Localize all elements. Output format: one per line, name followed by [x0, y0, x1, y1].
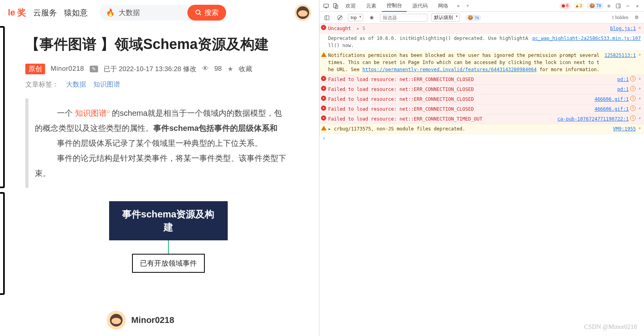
console-toolbar: top ◉ 默认级别 🍪 78 1 hidden ⚙ — [319, 12, 644, 24]
console-row-warning[interactable]: Notifications permission has been blocke… — [319, 51, 644, 75]
level-selector[interactable]: 默认级别 — [431, 13, 460, 22]
mindmap-connector — [168, 240, 169, 254]
context-selector[interactable]: top — [348, 14, 363, 21]
source-link[interactable]: 466606.gif:1 — [595, 106, 629, 113]
search-hint: 大数据 — [119, 8, 187, 17]
tab-network[interactable]: 网络 — [433, 0, 453, 12]
settings-icon[interactable]: ⚙ — [604, 2, 613, 10]
nav-cloud[interactable]: 云服务 — [33, 8, 57, 18]
tag-bigdata[interactable]: 大数据 — [66, 80, 86, 89]
info-icon[interactable]: i — [630, 106, 636, 111]
search-icon — [195, 9, 202, 16]
console-row-warning[interactable]: ▸ crbug/1173575, non-JS module files dep… — [319, 124, 644, 134]
view-count: 98 — [214, 65, 222, 73]
devtools-tabbar: 欢迎 元素 控制台 源代码 网络 » ＋ 6 ▲ 2 🍪 78 ⚙ ⋯ ✕ — [319, 0, 644, 12]
star-icon: ★ — [227, 65, 233, 73]
info-count-badge[interactable]: 🍪 78 — [587, 3, 604, 9]
mindmap: 事件schema资源及构建 已有开放领域事件 — [25, 201, 311, 273]
lookup-icon[interactable]: ⌕ — [638, 106, 641, 112]
search-button[interactable]: 搜索 — [187, 5, 226, 21]
author-link[interactable]: Minor0218 — [51, 65, 84, 73]
quote-text: 的schema就是相当于一个领域内的数据模型，包 — [110, 109, 282, 117]
lookup-icon[interactable]: ⌕ — [638, 86, 641, 92]
tab-welcome[interactable]: 欢迎 — [341, 0, 361, 12]
console-msg: for more information. — [536, 67, 599, 72]
search-suffix-icon[interactable]: ⌕ — [107, 108, 110, 114]
user-avatar[interactable] — [295, 4, 311, 21]
kg-link[interactable]: 知识图谱 — [75, 109, 107, 117]
edit-time: 已于 2022-10-17 13:36:28 修改 — [104, 64, 196, 74]
article-body: 【事件图谱 】领域Schema资源及构建 原创 Minor0218 ✎ 已于 2… — [0, 25, 319, 336]
console-row-error[interactable]: ✕ Uncaught ▸ S blog.js:1⌕ — [319, 24, 644, 34]
console-row-error[interactable]: ✕Failed to load resource: net::ERR_CONNE… — [319, 114, 644, 124]
article-quote: 一个 知识图谱⌕ 的schema就是相当于一个领域内的数据模型，包 的概念类型以… — [25, 98, 311, 188]
console-settings-icon[interactable]: ⚙ — [632, 13, 641, 22]
quote-text: 的概念类型以及这些类型的属性。 — [35, 124, 153, 132]
live-expression-icon[interactable]: ◉ — [367, 13, 376, 22]
site-header: le 奖 云服务 猿如意 🔥 大数据 搜索 — [0, 0, 319, 25]
image-watermark: CSDN @Minor0218 — [584, 323, 637, 330]
console-msg: Failed to load resource: net::ERR_CONNEC… — [328, 106, 595, 113]
console-body[interactable]: ✕ Uncaught ▸ S blog.js:1⌕ Deprecated as … — [319, 24, 644, 336]
expand-arrow[interactable]: ▸ S — [357, 26, 365, 31]
edit-icon: ✎ — [90, 66, 98, 72]
collect-link[interactable]: 收藏 — [239, 64, 252, 74]
mindmap-root: 事件schema资源及构建 — [109, 201, 228, 240]
source-link[interactable]: blog.js:1 — [610, 25, 636, 32]
source-link[interactable]: pd:1 — [617, 76, 629, 83]
close-icon[interactable]: ✕ — [633, 2, 642, 10]
device-icon[interactable] — [331, 2, 340, 10]
source-link[interactable]: VM9:1955 — [613, 125, 636, 132]
lookup-icon[interactable]: ⌕ — [638, 96, 641, 102]
info-icon[interactable]: i — [630, 96, 636, 101]
console-msg: Failed to load resource: net::ERR_CONNEC… — [328, 115, 557, 123]
tag-row: 文章标签： 大数据 知识图谱 — [25, 80, 311, 89]
source-link[interactable]: ca-pub-1076724771190722:1 — [557, 115, 629, 123]
source-link[interactable]: pc_wap_highlight-2a2586c533.min.js:107 — [532, 35, 641, 42]
external-link[interactable]: https://permanently-removed.invalid/feat… — [363, 67, 537, 72]
info-icon[interactable]: i — [630, 115, 636, 121]
add-tab-icon[interactable]: ＋ — [463, 2, 472, 10]
console-row-error[interactable]: ✕Failed to load resource: net::ERR_CONNE… — [319, 94, 644, 104]
tab-sources[interactable]: 源代码 — [408, 0, 432, 12]
lookup-icon[interactable]: ⌕ — [638, 25, 641, 32]
tag-kg[interactable]: 知识图谱 — [93, 80, 120, 89]
console-row-error[interactable]: ✕Failed to load resource: net::ERR_CONNE… — [319, 85, 644, 94]
svg-point-0 — [196, 10, 200, 14]
nav-yuanruyi[interactable]: 猿如意 — [64, 8, 88, 18]
source-link[interactable]: 125825113:1 — [604, 52, 636, 59]
lookup-icon[interactable]: ⌕ — [638, 125, 641, 132]
tab-console[interactable]: 控制台 — [382, 0, 407, 12]
svg-rect-7 — [325, 15, 329, 20]
inspect-icon[interactable] — [322, 2, 330, 10]
tag-label: 文章标签： — [25, 80, 59, 89]
console-row-error[interactable]: ✕Failed to load resource: net::ERR_CONNE… — [319, 104, 644, 114]
svg-rect-3 — [334, 4, 336, 8]
eye-icon: 👁 — [202, 65, 209, 73]
warn-count-badge[interactable]: ▲ 2 — [574, 3, 585, 9]
clear-icon[interactable] — [335, 13, 344, 22]
console-prompt[interactable]: › — [319, 134, 644, 143]
author-avatar-icon — [107, 311, 126, 330]
source-link[interactable]: pd:1 — [617, 86, 629, 93]
error-count-badge[interactable]: 6 — [559, 3, 571, 9]
info-icon[interactable]: i — [630, 86, 636, 91]
console-row[interactable]: Deprecated as of 10.6.0. initHighlightin… — [319, 34, 644, 51]
sidebar-toggle-icon[interactable] — [323, 13, 331, 22]
issues-badge[interactable]: 🍪 78 — [465, 15, 481, 21]
more-tabs-icon[interactable]: » — [454, 2, 463, 10]
mindmap-child: 已有开放领域事件 — [132, 254, 205, 273]
source-link[interactable]: 466606.gif:1 — [595, 96, 629, 103]
dock-icon[interactable] — [614, 2, 623, 10]
kebab-icon[interactable]: ⋯ — [623, 2, 632, 10]
lookup-icon[interactable]: ⌕ — [638, 115, 641, 122]
lookup-icon[interactable]: ⌕ — [638, 76, 641, 83]
search-box[interactable]: 🔥 大数据 搜索 — [100, 5, 226, 21]
lookup-icon[interactable]: ⌕ — [638, 52, 641, 59]
tab-elements[interactable]: 元素 — [361, 0, 381, 12]
article-meta: 原创 Minor0218 ✎ 已于 2022-10-17 13:36:28 修改… — [25, 64, 311, 74]
filter-input[interactable] — [380, 14, 427, 22]
info-icon[interactable]: i — [630, 76, 636, 81]
console-row-error[interactable]: ✕Failed to load resource: net::ERR_CONNE… — [319, 75, 644, 85]
logo-fragment[interactable]: le 奖 — [8, 7, 26, 19]
